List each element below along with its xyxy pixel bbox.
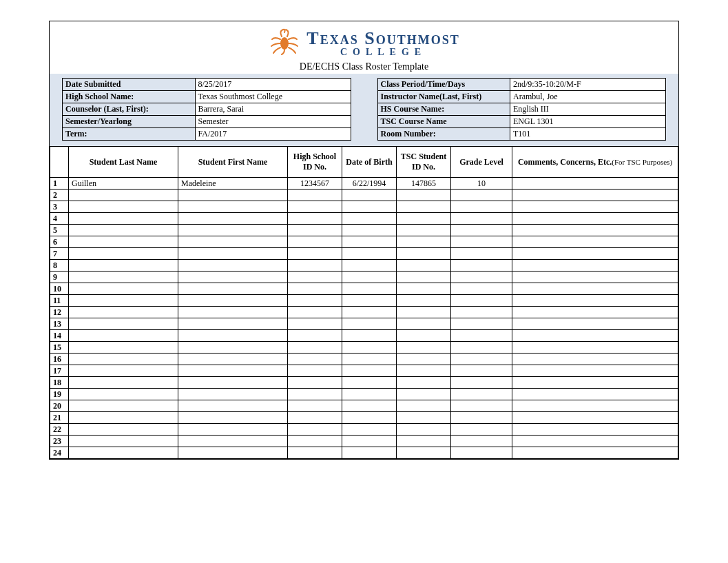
cell-grade [451, 260, 512, 272]
table-row: 24 [50, 447, 678, 459]
info-value: Semester [195, 116, 351, 128]
cell-tsc-id [397, 248, 451, 260]
info-label: Instructor Name(Last, First) [377, 91, 510, 103]
cell-first-name [178, 307, 288, 318]
row-number: 1 [50, 178, 69, 190]
table-row: 6 [50, 236, 678, 248]
cell-first-name [178, 342, 288, 354]
cell-tsc-id [397, 365, 451, 377]
cell-grade: 10 [451, 178, 512, 190]
cell-comments [512, 225, 678, 236]
info-value: FA/2017 [195, 128, 351, 141]
cell-grade [451, 389, 512, 400]
cell-tsc-id [397, 225, 451, 236]
cell-first-name [178, 272, 288, 283]
cell-comments [512, 283, 678, 295]
cell-last-name [69, 342, 178, 354]
cell-first-name [178, 424, 288, 436]
cell-last-name [69, 365, 178, 377]
info-label: Date Submitted [63, 79, 196, 91]
cell-last-name [69, 260, 178, 272]
table-row: 12 [50, 307, 678, 318]
cell-dob [342, 342, 397, 354]
table-row: 10 [50, 283, 678, 295]
cell-last-name [69, 283, 178, 295]
info-value: Texas Southmost College [195, 91, 351, 103]
info-value: ENGL 1301 [510, 116, 666, 128]
cell-dob [342, 295, 397, 307]
cell-last-name [69, 436, 178, 447]
cell-last-name [69, 330, 178, 342]
cell-hs-id [288, 260, 342, 272]
cell-last-name [69, 295, 178, 307]
col-tsc-id: TSC Student ID No. [397, 147, 451, 178]
cell-grade [451, 424, 512, 436]
row-number: 24 [50, 447, 69, 459]
cell-grade [451, 330, 512, 342]
row-number: 17 [50, 365, 69, 377]
row-number: 12 [50, 307, 69, 318]
cell-first-name [178, 436, 288, 447]
cell-hs-id [288, 283, 342, 295]
table-row: 15 [50, 342, 678, 354]
table-row: 7 [50, 248, 678, 260]
document-title: DE/ECHS Class Roster Template [50, 61, 678, 72]
col-hs-id: High School ID No. [288, 147, 342, 178]
cell-first-name [178, 400, 288, 412]
info-row: HS Course Name:English III [377, 103, 666, 116]
cell-hs-id [288, 365, 342, 377]
cell-grade [451, 295, 512, 307]
info-value: T101 [510, 128, 666, 141]
cell-tsc-id [397, 400, 451, 412]
cell-comments [512, 354, 678, 365]
col-first-name: Student First Name [178, 147, 288, 178]
row-number: 9 [50, 272, 69, 283]
cell-first-name [178, 201, 288, 213]
cell-dob [342, 260, 397, 272]
table-row: 3 [50, 201, 678, 213]
cell-comments [512, 213, 678, 225]
cell-dob [342, 436, 397, 447]
table-row: 11 [50, 295, 678, 307]
cell-grade [451, 201, 512, 213]
cell-dob [342, 330, 397, 342]
table-row: 19 [50, 389, 678, 400]
cell-dob [342, 412, 397, 424]
cell-last-name [69, 190, 178, 201]
cell-comments [512, 248, 678, 260]
cell-dob [342, 447, 397, 459]
cell-tsc-id [397, 236, 451, 248]
cell-hs-id [288, 400, 342, 412]
cell-dob [342, 201, 397, 213]
info-row: TSC Course NameENGL 1301 [377, 116, 666, 128]
cell-tsc-id [397, 318, 451, 330]
info-label: Class Period/Time/Days [377, 79, 510, 91]
cell-grade [451, 213, 512, 225]
brand-text: Texas Southmost COLLEGE [306, 30, 459, 57]
cell-dob [342, 365, 397, 377]
cell-first-name [178, 248, 288, 260]
cell-hs-id [288, 389, 342, 400]
cell-hs-id [288, 330, 342, 342]
table-row: 21 [50, 412, 678, 424]
info-row: Class Period/Time/Days2nd/9:35-10:20/M-F [377, 79, 666, 91]
cell-last-name [69, 236, 178, 248]
row-number: 7 [50, 248, 69, 260]
row-number: 19 [50, 389, 69, 400]
cell-last-name [69, 412, 178, 424]
cell-hs-id [288, 201, 342, 213]
info-value: 8/25/2017 [195, 79, 351, 91]
cell-comments [512, 365, 678, 377]
cell-comments [512, 295, 678, 307]
cell-grade [451, 400, 512, 412]
cell-first-name [178, 412, 288, 424]
cell-comments [512, 307, 678, 318]
table-row: 13 [50, 318, 678, 330]
cell-last-name [69, 272, 178, 283]
info-row: Counselor (Last, First):Barrera, Sarai [63, 103, 351, 116]
row-number: 5 [50, 225, 69, 236]
cell-comments [512, 330, 678, 342]
cell-first-name [178, 283, 288, 295]
cell-first-name [178, 354, 288, 365]
roster-header-row: Student Last Name Student First Name Hig… [50, 147, 678, 178]
